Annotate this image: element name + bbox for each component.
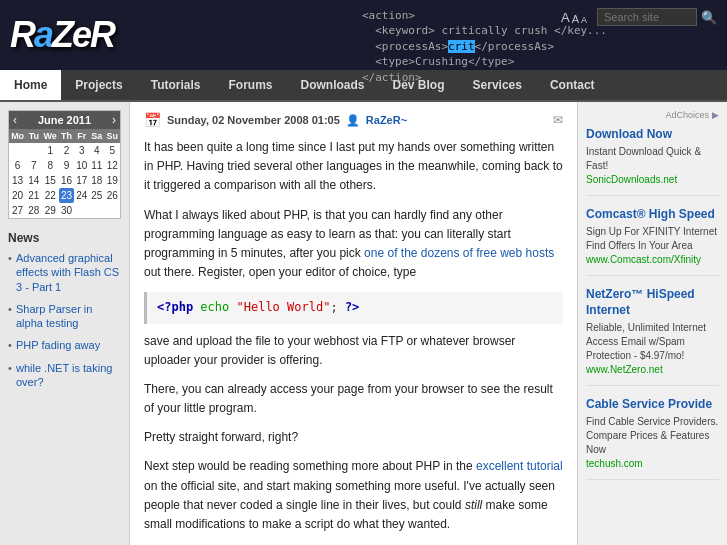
news-link-3[interactable]: while .NET is taking over? [16,362,112,388]
calendar-day[interactable]: 22 [41,188,59,203]
nav-tutorials[interactable]: Tutorials [137,70,215,100]
ad-url-0: SonicDownloads.net [586,173,719,187]
cal-header-th: Th [59,129,74,143]
calendar-day[interactable]: 10 [74,158,89,173]
calendar-day[interactable]: 20 [9,188,26,203]
ad-desc-3: Find Cable Service Providers. Compare Pr… [586,415,719,457]
excellent-tutorial-link[interactable]: excellent tutorial [476,459,563,473]
calendar-day[interactable]: 4 [89,143,104,158]
post-author-icon: 👤 [346,114,360,127]
calendar-day[interactable]: 30 [59,203,74,218]
nav-projects[interactable]: Projects [61,70,136,100]
logo-area: RaZeR [10,14,114,56]
nav-forums[interactable]: Forums [214,70,286,100]
post-content: It has been quite a long time since I la… [144,138,563,545]
ad-unit-1: Comcast® High SpeedSign Up For XFINITY I… [586,206,719,276]
cal-prev-button[interactable]: ‹ [13,113,17,127]
news-list: Advanced graphical effects with Flash CS… [8,251,121,389]
calendar-day[interactable]: 8 [41,158,59,173]
calendar-day[interactable]: 17 [74,173,89,188]
post-paragraph-5: Pretty straight forward, right? [144,428,563,447]
ad-desc-1: Sign Up For XFINITY Internet Find Offers… [586,225,719,253]
ad-title-3[interactable]: Cable Service Provide [586,396,719,413]
cal-header-sa: Sa [89,129,104,143]
news-item: while .NET is taking over? [8,361,121,390]
font-controls: A A A [561,10,587,25]
calendar-day[interactable]: 27 [9,203,26,218]
calendar-table: Mo Tu We Th Fr Sa Su 1234567891011121314… [9,129,120,218]
ad-choices-bar: AdChoices ▶ [586,110,719,120]
calendar-day [74,203,89,218]
calendar-header: ‹ June 2011 › [9,111,120,129]
post-paragraph-2: What I always liked about PHP, is that y… [144,206,563,283]
calendar-day[interactable]: 11 [89,158,104,173]
news-item: Advanced graphical effects with Flash CS… [8,251,121,294]
main-layout: ‹ June 2011 › Mo Tu We Th Fr Sa Su [0,102,727,545]
ad-units-container: Download NowInstant Download Quick & Fas… [586,126,719,480]
search-input[interactable] [597,8,697,26]
sidebar: ‹ June 2011 › Mo Tu We Th Fr Sa Su [0,102,130,545]
logo: RaZeR [10,14,114,56]
post-calendar-icon: 📅 [144,112,161,128]
content-area: 📅 Sunday, 02 November 2008 01:05 👤 RaZeR… [130,102,577,545]
ad-desc-0: Instant Download Quick & Fast! [586,145,719,173]
calendar-day[interactable]: 1 [41,143,59,158]
calendar-day[interactable]: 28 [26,203,41,218]
ad-url-3: techush.com [586,457,719,471]
cal-header-mo: Mo [9,129,26,143]
calendar-day[interactable]: 9 [59,158,74,173]
post-paragraph-4: There, you can already access your page … [144,380,563,418]
calendar-body: 1234567891011121314151617181920212223242… [9,143,120,218]
font-decrease[interactable]: A [581,15,587,25]
font-increase[interactable]: A [561,10,570,25]
nav-home[interactable]: Home [0,70,61,100]
ad-choices-label: AdChoices [665,110,709,120]
code-block: <?php echo "Hello World"; ?> [144,292,563,323]
calendar: ‹ June 2011 › Mo Tu We Th Fr Sa Su [8,110,121,219]
calendar-day[interactable]: 3 [74,143,89,158]
calendar-day [104,203,120,218]
calendar-day[interactable]: 16 [59,173,74,188]
ad-unit-3: Cable Service ProvideFind Cable Service … [586,396,719,480]
ad-unit-0: Download NowInstant Download Quick & Fas… [586,126,719,196]
calendar-day[interactable]: 19 [104,173,120,188]
cal-next-button[interactable]: › [112,113,116,127]
calendar-day[interactable]: 25 [89,188,104,203]
cal-header-su: Su [104,129,120,143]
news-item: PHP fading away [8,338,121,352]
calendar-day[interactable]: 14 [26,173,41,188]
calendar-day[interactable]: 18 [89,173,104,188]
search-area: A A A 🔍 [561,8,717,26]
calendar-day[interactable]: 26 [104,188,120,203]
calendar-day[interactable]: 12 [104,158,120,173]
post-author: RaZeR~ [366,114,407,126]
post-date: Sunday, 02 November 2008 01:05 [167,114,340,126]
ad-title-2[interactable]: NetZero™ HiSpeed Internet [586,286,719,320]
news-section: News Advanced graphical effects with Fla… [8,231,121,389]
post-paragraph-6: Next step would be reading something mor… [144,457,563,534]
ad-title-0[interactable]: Download Now [586,126,719,143]
font-normal[interactable]: A [572,13,579,25]
calendar-day[interactable]: 21 [26,188,41,203]
calendar-day[interactable]: 7 [26,158,41,173]
news-link-1[interactable]: Sharp Parser in alpha testing [16,303,92,329]
post-email-icon[interactable]: ✉ [553,113,563,127]
calendar-day[interactable]: 15 [41,173,59,188]
ad-title-1[interactable]: Comcast® High Speed [586,206,719,223]
calendar-day[interactable]: 2 [59,143,74,158]
calendar-day[interactable]: 29 [41,203,59,218]
news-link-2[interactable]: PHP fading away [16,339,100,351]
free-web-hosts-link[interactable]: one of the dozens of free web hosts [364,246,554,260]
post-header: 📅 Sunday, 02 November 2008 01:05 👤 RaZeR… [144,112,563,128]
calendar-day[interactable]: 6 [9,158,26,173]
ad-url-2: www.NetZero.net [586,363,719,377]
calendar-day[interactable]: 23 [59,188,74,203]
calendar-day[interactable]: 5 [104,143,120,158]
cal-header-fr: Fr [74,129,89,143]
search-icon[interactable]: 🔍 [701,10,717,25]
ad-sidebar: AdChoices ▶ Download NowInstant Download… [577,102,727,545]
calendar-day[interactable]: 24 [74,188,89,203]
calendar-day[interactable]: 13 [9,173,26,188]
news-link-0[interactable]: Advanced graphical effects with Flash CS… [16,252,119,293]
calendar-day [89,203,104,218]
